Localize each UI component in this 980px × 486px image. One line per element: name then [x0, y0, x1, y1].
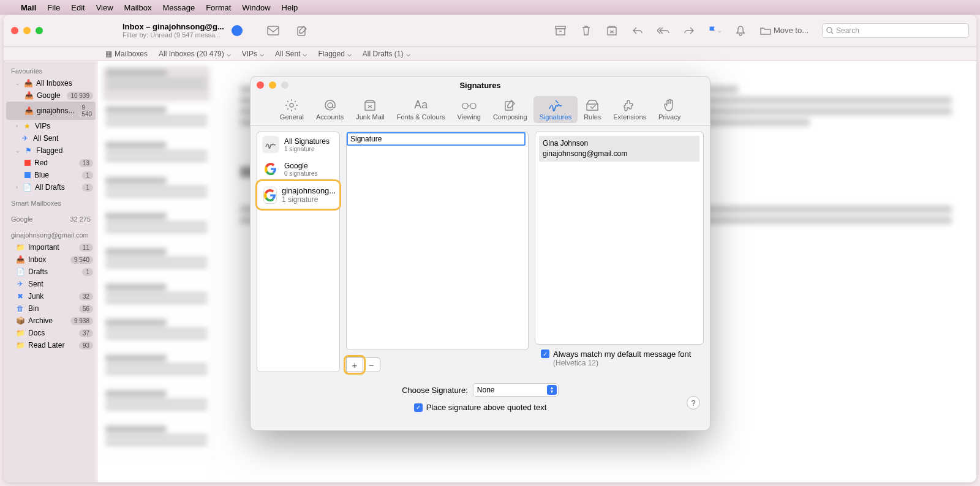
add-signature-button[interactable]: + [346, 357, 363, 372]
menu-app[interactable]: Mail [21, 3, 36, 12]
archive-icon[interactable] [554, 25, 567, 36]
window-subtitle-text: Filter by: Unread (9 547 messa... [123, 31, 224, 39]
filter-vips[interactable]: VIPs ⌵ [242, 50, 264, 58]
menubar: Mail File Edit View Mailbox Message Form… [0, 0, 980, 15]
menu-help[interactable]: Help [282, 3, 298, 12]
search-input[interactable]: Search [822, 23, 969, 38]
message-list [98, 61, 216, 482]
tab-fonts[interactable]: AaFonts & Colours [391, 96, 451, 123]
traffic-lights [11, 27, 43, 34]
sidebar-inbox[interactable]: 📥Inbox9 540 [4, 253, 98, 266]
filter-allinboxes[interactable]: All Inboxes (20 479) ⌵ [159, 50, 231, 58]
menu-view[interactable]: View [96, 3, 113, 12]
envelope-icon[interactable] [267, 25, 279, 36]
trash-icon[interactable] [580, 25, 592, 36]
remove-signature-button[interactable]: − [363, 357, 380, 372]
junk-icon[interactable] [606, 25, 618, 36]
flag-icon[interactable]: ⌵ [709, 25, 721, 36]
choose-signature-select[interactable]: None ▲▼ [473, 383, 559, 397]
add-remove-buttons: + − [346, 357, 529, 372]
menu-format[interactable]: Format [206, 3, 231, 12]
tab-extensions[interactable]: Extensions [607, 96, 652, 123]
svg-rect-0 [268, 26, 279, 35]
tab-signatures[interactable]: Signatures [533, 96, 578, 123]
svg-point-5 [827, 28, 832, 32]
hand-icon [662, 99, 677, 112]
filter-alldrafts[interactable]: All Drafts (1) ⌵ [363, 50, 410, 58]
reply-all-icon[interactable] [657, 25, 669, 36]
mute-icon[interactable] [734, 25, 747, 36]
account-google[interactable]: Google0 signatures [257, 157, 339, 181]
place-above-checkbox[interactable]: ✓ [414, 403, 423, 412]
reply-icon[interactable] [631, 25, 644, 36]
sidebar-important[interactable]: 📁Important11 [4, 241, 98, 253]
tab-rules[interactable]: Rules [578, 96, 607, 123]
sidebar-docs[interactable]: 📁Docs37 [4, 327, 98, 339]
mailboxes-button[interactable]: ▦ Mailboxes [105, 50, 148, 58]
filter-flagged[interactable]: Flagged ⌵ [318, 50, 351, 58]
filter-allsent[interactable]: All Sent ⌵ [275, 50, 307, 58]
menu-window[interactable]: Window [242, 3, 270, 12]
sidebar-archive[interactable]: 📦Archive9 938 [4, 315, 98, 327]
account-all-signatures[interactable]: All Signatures1 signature [257, 132, 339, 157]
svg-rect-3 [556, 29, 565, 35]
search-icon [826, 27, 834, 34]
account-gina[interactable]: ginajohnsong...1 signature [255, 179, 341, 211]
tab-composing[interactable]: Composing [487, 96, 533, 123]
tab-accounts[interactable]: Accounts [310, 96, 350, 123]
sidebar-allsent[interactable]: ✈All Sent [4, 132, 98, 144]
tab-viewing[interactable]: Viewing [451, 96, 487, 123]
sidebar-sent[interactable]: ✈Sent [4, 278, 98, 290]
always-match-checkbox[interactable]: ✓ [541, 350, 549, 358]
minimize-window-button[interactable] [23, 27, 31, 34]
sidebar-allinboxes[interactable]: ⌵📥All Inboxes [4, 77, 98, 89]
sidebar-bin[interactable]: 🗑Bin56 [4, 302, 98, 315]
moveto-button[interactable]: Move to... [760, 26, 809, 35]
accounts-column: All Signatures1 signature Google0 signat… [257, 132, 340, 372]
signature-all-icon [262, 136, 279, 153]
svg-point-6 [290, 103, 293, 107]
gear-icon [284, 99, 299, 112]
status-indicator[interactable] [232, 25, 243, 36]
menu-message[interactable]: Message [162, 3, 195, 12]
sidebar-readlater[interactable]: 📁Read Later93 [4, 339, 98, 351]
sidebar-drafts[interactable]: 📄Drafts1 [4, 266, 98, 278]
tab-junk[interactable]: Junk Mail [350, 96, 390, 123]
puzzle-icon [622, 99, 637, 112]
help-button[interactable]: ? [687, 396, 700, 409]
sidebar-vips[interactable]: ›★VIPs [4, 120, 98, 132]
pref-titlebar: Signatures [251, 77, 710, 94]
signature-preview[interactable]: Gina Johnson ginajohnsong@gmail.com [535, 132, 704, 345]
titlebar: Inbox – ginajohnsong@g... Filter by: Unr… [4, 15, 976, 47]
svg-point-9 [462, 103, 468, 108]
always-match-row: ✓ Always match my default message font (… [535, 345, 704, 372]
glasses-icon [462, 99, 477, 112]
sidebar-flagged[interactable]: ⌵⚑Flagged [4, 144, 98, 157]
forward-icon[interactable] [683, 25, 695, 36]
compose-icon[interactable] [296, 25, 309, 36]
menu-edit[interactable]: Edit [71, 3, 85, 12]
sidebar-blue-flag[interactable]: Blue1 [4, 169, 98, 181]
google-icon [262, 160, 279, 178]
pref-tabs: General Accounts Junk Mail AaFonts & Col… [251, 94, 710, 125]
zoom-window-button[interactable] [36, 27, 43, 34]
sidebar-google[interactable]: 📥Google10 939 [4, 89, 98, 102]
preferences-window: Signatures General Accounts Junk Mail Aa… [250, 76, 710, 431]
junk-tab-icon [363, 99, 377, 112]
sidebar-gina-inbox[interactable]: 📥ginajohns...9 540 [6, 102, 96, 120]
signatures-column: + − [346, 132, 529, 372]
tab-privacy[interactable]: Privacy [652, 96, 687, 123]
close-window-button[interactable] [11, 27, 18, 34]
sidebar-favourites-header: Favourites [4, 65, 98, 77]
signature-name-input[interactable] [347, 132, 526, 146]
preview-content: Gina Johnson ginajohnsong@gmail.com [539, 136, 699, 162]
sidebar-alldrafts[interactable]: ›📄All Drafts1 [4, 181, 98, 193]
window-title: Inbox – ginajohnsong@g... Filter by: Unr… [123, 22, 224, 39]
sidebar-junk[interactable]: ✖Junk32 [4, 290, 98, 302]
menu-mailbox[interactable]: Mailbox [124, 3, 152, 12]
tab-general[interactable]: General [274, 96, 310, 123]
sidebar-red-flag[interactable]: Red13 [4, 157, 98, 169]
filter-row: ▦ Mailboxes All Inboxes (20 479) ⌵ VIPs … [4, 47, 976, 61]
sidebar-google-header: Google32 275 [4, 213, 98, 225]
menu-file[interactable]: File [47, 3, 60, 12]
